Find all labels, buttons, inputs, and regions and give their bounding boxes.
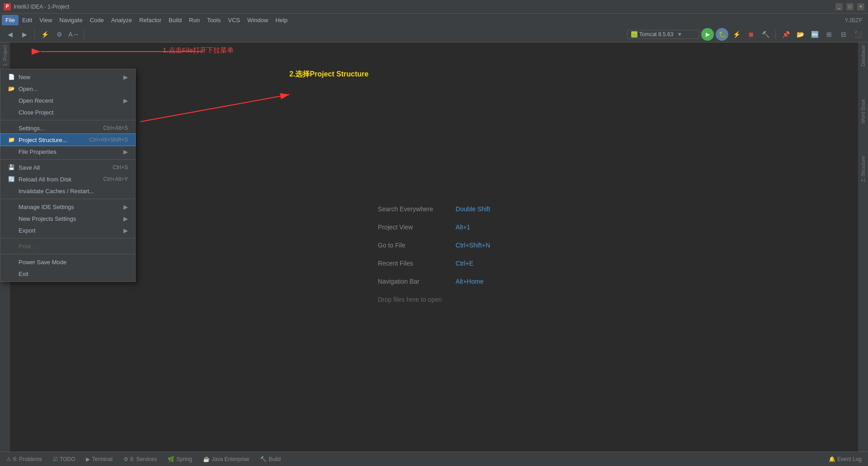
run-button[interactable]: ▶ <box>701 28 714 41</box>
navbar-label: Navigation Bar <box>378 278 450 285</box>
open-project-button[interactable]: 📂 <box>794 28 807 41</box>
window-title: IntelliJ IDEA - 1-Project <box>14 4 835 10</box>
invalidate-icon <box>8 187 15 195</box>
menu-bar: File Edit View Navigate Code Analyze Ref… <box>0 14 868 26</box>
toolbar-run-recent[interactable]: ⚡ <box>38 28 51 41</box>
file-properties-arrow: ▶ <box>123 148 128 155</box>
build-button[interactable]: 🔨 <box>759 28 772 41</box>
menu-item-open-recent[interactable]: Open Recent ▶ <box>0 95 135 106</box>
app-icon: P <box>4 3 11 10</box>
java-enterprise-label: Java Enterprise <box>212 456 249 462</box>
status-spring[interactable]: 🌿 Spring <box>165 455 195 463</box>
todo-icon: ☑ <box>53 456 58 462</box>
status-java-enterprise[interactable]: ☕ Java Enterprise <box>200 455 252 463</box>
menu-item-save-all[interactable]: 💾 Save All Ctrl+S <box>0 162 135 173</box>
menu-vcs[interactable]: VCS <box>224 15 244 25</box>
editor-area: Search Everywhere Double Shift Project V… <box>10 43 858 466</box>
title-bar: P IntelliJ IDEA - 1-Project _ □ × <box>0 0 868 14</box>
terminal-button[interactable]: ⬛ <box>852 28 864 41</box>
menu-file[interactable]: File <box>2 15 19 25</box>
open-recent-arrow: ▶ <box>123 97 128 104</box>
menu-item-new-projects[interactable]: New Projects Settings ▶ <box>0 213 135 224</box>
stop-button[interactable]: ⏹ <box>745 28 757 41</box>
todo-label: TODO <box>60 456 75 462</box>
menu-help[interactable]: Help <box>272 15 291 25</box>
spring-icon: 🌿 <box>168 456 175 462</box>
open-label: Open... <box>19 86 38 92</box>
status-build[interactable]: 🔨 Build <box>257 455 283 463</box>
menu-item-file-properties[interactable]: File Properties ▶ <box>0 146 135 157</box>
status-event-log[interactable]: 🔔 Event Log <box>826 455 864 463</box>
menu-code[interactable]: Code <box>86 15 108 25</box>
java-enterprise-icon: ☕ <box>203 456 210 462</box>
file-properties-icon <box>8 148 15 155</box>
tab-1-project[interactable]: 1: Project <box>1 43 9 69</box>
toolbar-sep-1 <box>34 30 35 39</box>
menu-yjbzf[interactable]: YJBZF <box>841 15 866 25</box>
bookmark-button[interactable]: 📌 <box>779 28 792 41</box>
save-icon: 💾 <box>8 164 15 171</box>
menu-build[interactable]: Build <box>165 15 185 25</box>
search-everywhere-shortcut: Double Shift <box>456 205 490 213</box>
menu-item-exit[interactable]: Exit <box>0 268 135 280</box>
menu-window[interactable]: Window <box>244 15 272 25</box>
project-view-shortcut: Alt+1 <box>456 223 470 231</box>
navbar-shortcut: Alt+Home <box>456 278 484 285</box>
coverage-button[interactable]: ⚡ <box>730 28 743 41</box>
right-vertical-tabs: Database Word Book Z: Structure <box>858 43 868 452</box>
power-save-icon <box>8 258 15 266</box>
maximize-button[interactable]: □ <box>846 3 854 10</box>
run-config-selector[interactable]: 🐱 Tomcat 8.5.63 ▼ <box>627 30 699 39</box>
zoom-button[interactable]: ⊞ <box>823 28 835 41</box>
menu-item-print: Print... <box>0 240 135 252</box>
run-config-dropdown-icon: ▼ <box>677 31 682 38</box>
translate-icon[interactable]: 🔤 <box>808 28 821 41</box>
layout-button[interactable]: ⊟ <box>837 28 850 41</box>
menu-item-open[interactable]: 📂 Open... <box>0 83 135 95</box>
status-terminal[interactable]: ▶ Terminal <box>83 455 115 463</box>
status-problems[interactable]: ⚠ 6: Problems <box>4 455 45 463</box>
open-icon: 📂 <box>8 85 15 92</box>
toolbar-settings[interactable]: ⚙ <box>53 28 66 41</box>
menu-item-project-structure[interactable]: 📁 Project Structure... Ctrl+Alt+Shift+S <box>0 134 135 146</box>
tab-database[interactable]: Database <box>859 43 867 69</box>
menu-run[interactable]: Run <box>185 15 203 25</box>
menu-item-reload[interactable]: 🔄 Reload All from Disk Ctrl+Alt+Y <box>0 173 135 185</box>
minimize-button[interactable]: _ <box>835 3 843 10</box>
toolbar-back[interactable]: ◀ <box>4 28 16 41</box>
menu-tools[interactable]: Tools <box>203 15 224 25</box>
menu-item-new[interactable]: 📄 New ▶ <box>0 71 135 83</box>
close-button[interactable]: × <box>857 3 864 10</box>
menu-analyze[interactable]: Analyze <box>108 15 136 25</box>
welcome-row-drop: Drop files here to open <box>378 296 442 303</box>
debug-button[interactable]: 🐛 <box>716 28 728 41</box>
menu-view[interactable]: View <box>36 15 56 25</box>
file-dropdown: 📄 New ▶ 📂 Open... Open Recent ▶ Close Pr… <box>0 69 136 282</box>
new-label: New <box>19 74 30 81</box>
menu-item-manage-ide[interactable]: Manage IDE Settings ▶ <box>0 201 135 213</box>
status-todo[interactable]: ☑ TODO <box>50 455 78 463</box>
toolbar-translate[interactable]: A↔ <box>67 28 80 41</box>
search-everywhere-label: Search Everywhere <box>378 205 450 213</box>
welcome-row-project: Project View Alt+1 <box>378 223 470 231</box>
toolbar-forward[interactable]: ▶ <box>18 28 31 41</box>
menu-refactor[interactable]: Refactor <box>136 15 165 25</box>
new-projects-icon <box>8 215 15 222</box>
menu-navigate[interactable]: Navigate <box>56 15 86 25</box>
menu-item-close-project[interactable]: Close Project <box>0 106 135 118</box>
menu-item-invalidate[interactable]: Invalidate Caches / Restart... <box>0 185 135 197</box>
build-label: Build <box>269 456 281 462</box>
reload-label: Reload All from Disk <box>19 176 71 183</box>
menu-item-export[interactable]: Export ▶ <box>0 224 135 236</box>
new-icon: 📄 <box>8 73 15 81</box>
build-icon: 🔨 <box>260 456 267 462</box>
tab-wordbook[interactable]: Word Book <box>859 96 867 126</box>
sep-3 <box>0 199 135 199</box>
project-structure-label: Project Structure... <box>19 137 67 143</box>
status-services[interactable]: ⚙ 8: Services <box>121 455 160 463</box>
menu-item-power-save[interactable]: Power Save Mode <box>0 256 135 268</box>
tab-z-structure[interactable]: Z: Structure <box>859 153 867 185</box>
menu-item-settings[interactable]: Settings... Ctrl+Alt+S <box>0 122 135 134</box>
drop-files-label: Drop files here to open <box>378 296 442 303</box>
menu-edit[interactable]: Edit <box>19 15 36 25</box>
